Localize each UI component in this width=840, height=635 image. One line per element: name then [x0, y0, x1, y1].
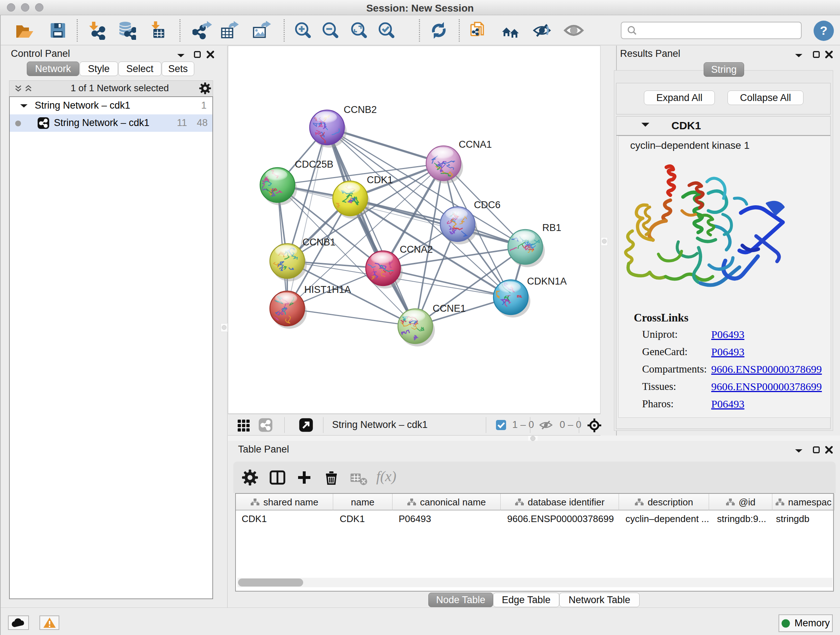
- svg-text:CDKN1A: CDKN1A: [527, 276, 567, 287]
- svg-text:?: ?: [820, 24, 828, 37]
- svg-text:CDC25B: CDC25B: [295, 159, 333, 170]
- svg-text:CDC6: CDC6: [474, 200, 501, 211]
- svg-text:RB1: RB1: [542, 222, 561, 233]
- svg-text:CDK1: CDK1: [367, 174, 393, 185]
- svg-text:CCNE1: CCNE1: [433, 303, 466, 314]
- svg-text:CCNA1: CCNA1: [459, 139, 492, 150]
- svg-text:CCNB2: CCNB2: [344, 104, 377, 115]
- svg-text:HIST1H1A: HIST1H1A: [304, 284, 351, 295]
- svg-text:CCNB1: CCNB1: [302, 237, 336, 248]
- svg-text:CCNA2: CCNA2: [400, 244, 433, 255]
